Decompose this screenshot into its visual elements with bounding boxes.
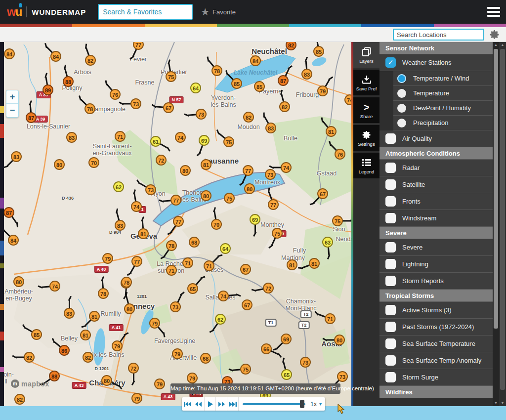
station-marker[interactable]: 65	[281, 369, 292, 380]
station-marker[interactable]: 83	[265, 123, 276, 133]
search-locations-input[interactable]	[393, 29, 484, 41]
station-marker[interactable]: 74	[281, 162, 292, 173]
station-marker[interactable]: 80	[201, 190, 211, 201]
station-marker[interactable]: 70	[211, 219, 222, 230]
station-marker[interactable]: 83	[301, 69, 312, 80]
station-marker[interactable]: 87	[4, 207, 14, 218]
station-marker[interactable]: 80	[124, 303, 135, 314]
station-marker[interactable]: 75	[223, 136, 234, 147]
toolbar-button-settings[interactable]: Settings	[353, 125, 380, 151]
station-marker[interactable]: 83	[11, 151, 22, 162]
rewind-button[interactable]	[193, 397, 205, 411]
station-marker[interactable]: 79	[172, 348, 183, 359]
toolbar-button-layers[interactable]: Layers	[353, 42, 380, 68]
station-marker[interactable]: 80	[101, 375, 112, 386]
search-favorites-input[interactable]	[98, 4, 193, 20]
layer-row-severe[interactable]: Severe	[380, 239, 493, 256]
station-marker[interactable]: 87	[26, 112, 37, 123]
mapbox-attribution[interactable]: m mapbox	[11, 379, 49, 388]
station-marker[interactable]: 88	[49, 371, 60, 381]
station-marker[interactable]: 85	[254, 81, 265, 92]
layer-row-windstream[interactable]: Windstream	[380, 210, 493, 227]
layer-row-air-quality[interactable]: Air Quality	[380, 130, 493, 147]
checkbox-unchecked[interactable]	[385, 305, 396, 315]
layer-row-sea-surface-temperature[interactable]: Sea Surface Temperature	[380, 336, 493, 352]
layer-row-active-storms-3[interactable]: Active Storms (3)	[380, 302, 493, 319]
station-marker[interactable]: 77	[243, 165, 253, 176]
toolbar-button-legend[interactable]: Legend	[353, 153, 380, 178]
zoom-in-button[interactable]: +	[6, 90, 18, 104]
station-marker[interactable]: 78	[98, 288, 109, 299]
station-marker[interactable]: 69	[250, 214, 260, 225]
station-marker[interactable]: 83	[64, 308, 75, 319]
station-marker[interactable]: 81	[80, 330, 91, 340]
station-marker[interactable]: 75	[272, 228, 283, 239]
station-marker[interactable]: 85	[231, 78, 242, 89]
station-marker[interactable]: 71	[325, 313, 336, 324]
radio-selected[interactable]	[397, 74, 406, 83]
station-marker[interactable]: 65	[187, 283, 198, 294]
station-marker[interactable]: 77	[131, 256, 142, 267]
station-marker[interactable]: 79	[149, 318, 160, 329]
layer-row-storm-surge[interactable]: Storm Surge	[380, 369, 493, 386]
layer-row-dewpoint-humidity[interactable]: DewPoint / Humidity	[393, 101, 493, 116]
station-marker[interactable]: 74	[49, 281, 60, 292]
station-marker[interactable]: 66	[261, 343, 272, 354]
station-marker[interactable]: 72	[263, 283, 274, 294]
station-marker[interactable]: 63	[322, 237, 333, 248]
station-marker[interactable]: 79	[154, 378, 165, 389]
station-marker[interactable]: 81	[89, 311, 100, 322]
station-marker[interactable]: 75	[166, 71, 176, 82]
station-marker[interactable]: 78	[121, 277, 132, 288]
layer-row-temperature-wind[interactable]: Temperature / Wind	[393, 71, 493, 86]
station-marker[interactable]: 74	[218, 291, 229, 301]
layer-row-satellite[interactable]: Satellite	[380, 176, 493, 193]
checkbox-unchecked[interactable]	[385, 355, 396, 366]
checkbox-unchecked[interactable]	[385, 196, 396, 207]
checkbox-unchecked[interactable]	[385, 322, 396, 332]
station-marker[interactable]: 79	[317, 85, 328, 96]
checkbox-unchecked[interactable]	[385, 242, 396, 252]
layer-row-precipitation[interactable]: Precipitation	[393, 116, 493, 130]
page-scrollbar-thumb[interactable]	[500, 49, 505, 390]
station-marker[interactable]: 71	[115, 131, 126, 142]
radio-unselected[interactable]	[397, 119, 406, 127]
layer-row-fronts[interactable]: Fronts	[380, 193, 493, 210]
page-scrollbar[interactable]: ▲ ▼	[499, 42, 506, 406]
station-marker[interactable]: 67	[242, 299, 253, 310]
station-marker[interactable]: 74	[175, 132, 186, 143]
station-marker[interactable]: 81	[309, 258, 320, 269]
station-marker[interactable]: 81	[201, 159, 211, 170]
station-marker[interactable]: 77	[173, 216, 184, 227]
station-marker[interactable]: 76	[335, 149, 345, 160]
station-marker[interactable]: 74	[131, 201, 142, 212]
station-marker[interactable]: 80	[13, 276, 24, 287]
station-marker[interactable]: 84	[4, 48, 15, 59]
station-marker[interactable]: 69	[199, 135, 210, 146]
station-marker[interactable]: 85	[31, 329, 42, 340]
station-marker[interactable]: 71	[166, 265, 177, 276]
station-marker[interactable]: 84	[250, 55, 261, 66]
station-marker[interactable]: 72	[156, 155, 167, 166]
time-slider[interactable]	[243, 397, 305, 411]
favorite-button[interactable]: ★ Favorite	[201, 6, 236, 18]
station-marker[interactable]: 67	[240, 264, 251, 275]
station-marker[interactable]: 76	[110, 89, 121, 100]
toolbar-button-share[interactable]: >Share	[353, 97, 380, 123]
station-marker[interactable]: 82	[83, 352, 93, 363]
layer-row-weather-stations[interactable]: ✓Weather Stations	[380, 54, 493, 71]
station-marker[interactable]: 84	[8, 235, 19, 246]
panel-scrollbar-thumb[interactable]	[494, 49, 498, 329]
station-marker[interactable]: 75	[240, 364, 251, 375]
station-marker[interactable]: 68	[200, 353, 211, 364]
zoom-out-button[interactable]: −	[6, 104, 18, 117]
station-marker[interactable]: 73	[130, 98, 141, 109]
layer-row-storm-reports[interactable]: Storm Reports	[380, 273, 493, 290]
settings-gear-icon[interactable]	[489, 29, 500, 40]
station-marker[interactable]: 89	[42, 84, 53, 95]
layer-row-temperature[interactable]: Temperature	[393, 86, 493, 101]
station-marker[interactable]: 86	[59, 345, 70, 356]
station-marker[interactable]: 73	[265, 169, 276, 180]
station-marker[interactable]: 64	[190, 83, 201, 93]
station-marker[interactable]: 73	[337, 371, 348, 382]
